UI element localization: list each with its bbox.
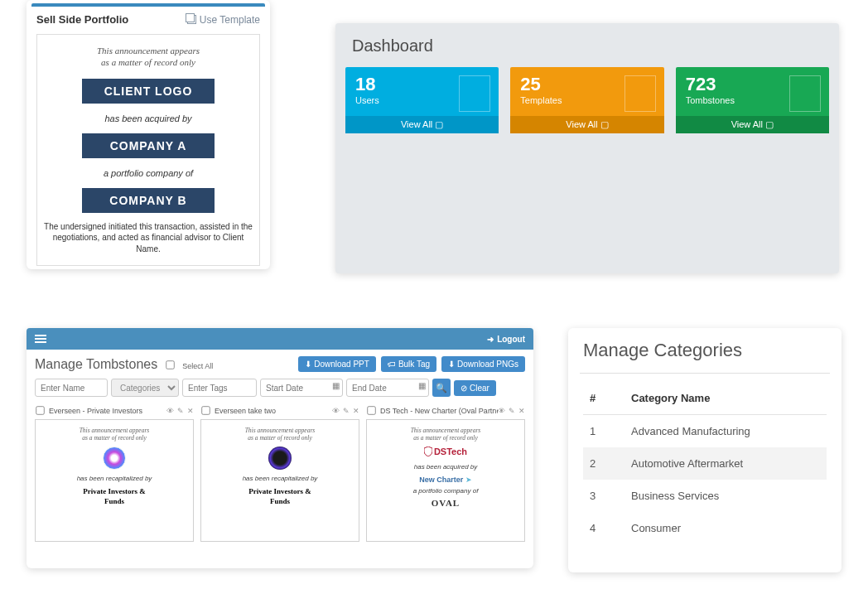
stat-card-tombstones[interactable]: 723 Tombstones View All ▢	[676, 67, 829, 133]
copy-icon	[187, 15, 196, 24]
download-icon: ⬇	[305, 360, 311, 369]
logout-icon: ➜	[487, 335, 494, 344]
delete-icon[interactable]: ✕	[187, 407, 194, 415]
template-card: Sell Side Portfolio Use Template This an…	[27, 0, 270, 269]
dashboard-panel: Dashboard 18 Users View All ▢ 25 Templat…	[335, 23, 839, 273]
table-row[interactable]: 1 Advanced Manufacturing	[583, 415, 827, 447]
delete-icon[interactable]: ✕	[353, 407, 359, 415]
users-icon	[459, 75, 490, 112]
dashboard-title: Dashboard	[335, 23, 839, 67]
everseen-logo-icon	[268, 447, 292, 470]
table-row[interactable]: 4 Consumer	[583, 512, 827, 544]
name-filter-input[interactable]	[35, 379, 108, 397]
tombstone-item: DS Tech - New Charter (Oval Partners) 👁 …	[366, 403, 525, 542]
download-ppt-button[interactable]: ⬇ Download PPT	[298, 356, 376, 372]
item-checkbox[interactable]	[367, 406, 375, 414]
delete-icon[interactable]: ✕	[518, 407, 525, 415]
edit-icon[interactable]: ✎	[343, 407, 350, 415]
use-template-button[interactable]: Use Template	[187, 14, 260, 26]
shield-icon	[424, 447, 432, 456]
templates-icon	[624, 75, 656, 112]
tombstone-preview[interactable]: This announcement appears as a matter of…	[35, 419, 194, 542]
client-logo-banner: CLIENT LOGO	[82, 79, 215, 104]
table-header: # Category Name	[583, 382, 827, 415]
navbar: ➜ Logout	[27, 328, 533, 350]
tombstones-icon	[789, 75, 821, 112]
stat-card-users[interactable]: 18 Users View All ▢	[345, 67, 499, 133]
categories-table: # Category Name 1 Advanced Manufacturing…	[568, 374, 841, 544]
view-icon[interactable]: 👁	[498, 407, 505, 415]
template-preview: This announcement appears as a matter of…	[36, 34, 260, 266]
stat-card-templates[interactable]: 25 Templates View All ▢	[510, 67, 663, 133]
categories-filter-select[interactable]: Categories	[111, 379, 179, 397]
tombstone-item: Everseen take two 👁 ✎ ✕ This announcemen…	[200, 403, 359, 542]
view-icon[interactable]: 👁	[166, 407, 174, 415]
item-checkbox[interactable]	[201, 406, 210, 414]
categories-title: Manage Categories	[568, 328, 841, 373]
manage-tombstones-panel: ➜ Logout Manage Tombstones Select All ⬇ …	[27, 328, 533, 568]
manage-categories-panel: Manage Categories # Category Name 1 Adva…	[568, 328, 841, 572]
menu-icon[interactable]	[35, 335, 46, 343]
manage-tombstones-title: Manage Tombstones	[35, 357, 157, 371]
table-row[interactable]: 2 Automotive Aftermarket	[583, 447, 827, 480]
company-a-banner: COMPANY A	[82, 133, 215, 158]
download-pngs-button[interactable]: ⬇ Download PNGs	[441, 356, 525, 372]
search-button[interactable]: 🔍	[432, 379, 451, 397]
item-checkbox[interactable]	[36, 406, 44, 414]
edit-icon[interactable]: ✎	[177, 407, 184, 415]
tombstone-preview[interactable]: This announcement appears as a matter of…	[200, 419, 359, 542]
tombstone-preview[interactable]: This announcement appears as a matter of…	[366, 419, 525, 542]
template-title: Sell Side Portfolio	[36, 13, 128, 26]
tags-filter-input[interactable]	[182, 379, 257, 397]
clear-button[interactable]: ⊘ Clear	[454, 380, 496, 396]
logout-button[interactable]: ➜ Logout	[487, 335, 525, 344]
company-b-banner: COMPANY B	[82, 188, 215, 213]
tombstone-item: Everseen - Private Investors 👁 ✎ ✕ This …	[35, 403, 194, 542]
download-icon: ⬇	[448, 360, 455, 369]
view-all-tombstones[interactable]: View All ▢	[676, 116, 829, 133]
tag-icon: 🏷	[388, 360, 396, 369]
everseen-logo-icon	[103, 447, 126, 470]
view-all-templates[interactable]: View All ▢	[510, 116, 663, 133]
view-all-users[interactable]: View All ▢	[345, 116, 499, 133]
view-icon[interactable]: 👁	[332, 407, 340, 415]
arrow-icon: ➤	[465, 476, 472, 484]
search-icon: 🔍	[436, 383, 447, 393]
edit-icon[interactable]: ✎	[509, 407, 515, 415]
clear-icon: ⊘	[461, 384, 467, 393]
select-all-checkbox[interactable]	[166, 360, 174, 369]
table-row[interactable]: 3 Business Services	[583, 480, 827, 512]
bulk-tag-button[interactable]: 🏷 Bulk Tag	[381, 356, 436, 372]
end-date-input[interactable]	[346, 379, 429, 397]
start-date-input[interactable]	[260, 379, 343, 397]
